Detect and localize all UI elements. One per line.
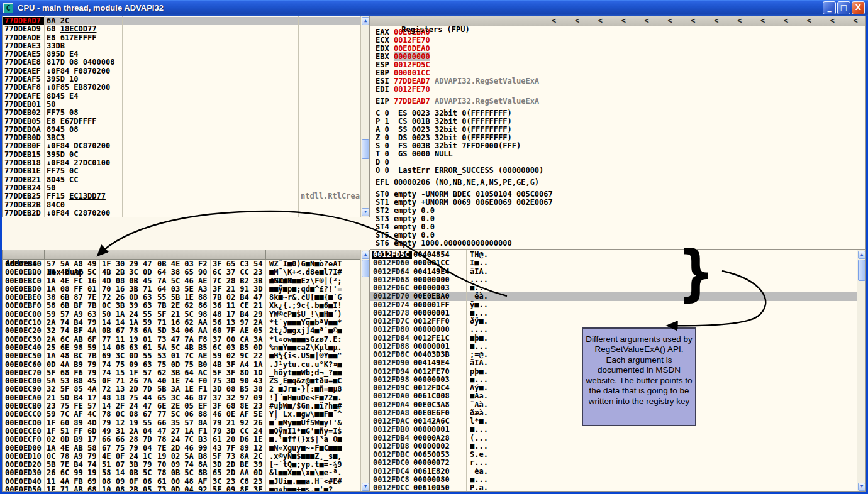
registers-collapse-chevrons[interactable]: <<<<<<<<<<<<<< [552,16,858,26]
stack-row[interactable]: 0012FDC800000080■... [370,476,857,484]
register-line[interactable]: ST2 empty 0.0 [370,206,865,214]
disasm-row[interactable]: 77DDEB25FF15 EC13DD77CALL DWORD PTR DS:[… [3,192,360,200]
chevron-left-icon[interactable]: < [621,16,626,26]
register-line[interactable]: ST0 empty -UNORM BDEC 01050104 005C0067 [370,190,865,198]
scrollbar-thumb[interactable] [362,260,369,277]
hexdump-row[interactable]: 00E0ECE01F 51 FF 6D49 31 2A 0447 27 1A F… [3,427,360,436]
scroll-up-icon[interactable]: ▲ [858,251,865,259]
register-line[interactable]: ESI 77DDEAD7 ADVAPI32.RegSetValueExA [370,77,865,85]
hexdump-row[interactable]: 00E0ED4011 4A FB 6908 09 0F 0661 00 48 A… [3,478,360,486]
stack-row[interactable]: 0012FDC40061E820 èa.ASCII "Software/Micr… [370,468,857,476]
hexdump-row[interactable]: 00E0EC805A 53 B8 450F 71 26 7A40 1E 74 F… [3,377,360,385]
disasm-row[interactable]: 77DDEADEE8 617EFFFFCALL ADVAPI32.77DD694… [3,34,360,42]
chevron-left-icon[interactable]: < [760,16,765,26]
disasm-row[interactable]: 77DDEB0F↓0F84 DC870200JE ADVAPI32.77E072… [3,142,360,150]
stack-row[interactable]: 0012FD60000001CCÌ■..│hKey = 1CC [370,259,857,267]
scrollbar-thumb[interactable] [858,260,865,281]
hexdump-row[interactable]: 00E0EC9032 5F 85 4A72 13 2D 7D5B 3A 1E F… [3,385,360,393]
hexdump-row[interactable]: 00E0EC501A 48 BC 7B69 3C 0D 5553 01 7C A… [3,352,360,360]
scrollbar-thumb[interactable] [362,139,369,159]
hexdump-row[interactable]: 00E0ED100C 78 A9 794E 0F 24 1C19 02 5A B… [3,453,360,461]
disasm-row[interactable]: 77DDEB18↓0F84 27DC0100JE ADVAPI32.77DFC7… [3,159,360,167]
disasm-row[interactable]: 77DDEB2D↓0F84 C2870200JE ADVAPI32.77E072… [3,209,360,217]
chevron-left-icon[interactable]: < [575,16,579,26]
hexdump-row[interactable]: 00E0EC102A 74 B4 7914 14 1A 5971 16 62 A… [3,319,360,327]
hexdump-row[interactable]: 00E0ED3026 6C 99 1958 14 0B 5C78 0B 5C 8… [3,469,360,477]
hexdump-row[interactable]: 00E0EC302A 6C AB 6F77 11 19 0173 47 7A F… [3,336,360,344]
chevron-left-icon[interactable]: < [784,16,788,26]
register-line[interactable]: EDI 0012FE70 [370,85,865,93]
disasm-row[interactable]: 77DDEB218D45 CCLEA EAX,DWORD PTR SS:[EBP… [3,176,360,184]
disasm-row[interactable]: 77DDEB2B84C0TEST AL,AL [3,201,360,209]
disasm-row[interactable]: 77DDEB0D3BC3CMP EAX,EBX [3,134,360,142]
hexdump-row[interactable]: 00E0ED501F 71 AB 6810 08 2B 0573 0D 04 9… [3,486,360,492]
stack-row[interactable]: 0012FD64004149E4äIA.│ValueName = "0" [370,268,857,276]
register-line[interactable]: O 0 LastErr ERROR_SUCCESS (00000000) [370,166,865,174]
stack-row[interactable]: 0012FDCC00610050P.a. [370,484,857,492]
scroll-up-icon[interactable]: ▲ [362,251,369,259]
disasm-row[interactable]: 77DDEB2450PUSH EAX [3,184,360,192]
stack-row[interactable]: 0012FDBC00650053S.e. [370,451,857,459]
disasm-row[interactable]: 77DDEB15395D 0CCMP DWORD PTR SS:[EBP+C],… [3,151,360,159]
hexdump-row[interactable]: 00E0EBF058 6B BF 7B0C 3B 39 637B 2E 62 8… [3,302,360,310]
disasm-row[interactable]: 77DDEB0150PUSH EAX [3,101,360,109]
disasm-row[interactable]: 77DDEAE333DBXOR EBX,EBX [3,42,360,50]
disasm-row[interactable]: 77DDEB05E8 E67DFFFFCALL ADVAPI32.77DD68F… [3,118,360,126]
register-line[interactable]: C 0 ES 0023 32bit 0(FFFFFFFF) [370,109,865,117]
disasm-row[interactable]: 77DDEAE8817D 08 0400008CMP DWORD PTR SS:… [3,58,360,67]
register-line[interactable]: ECX 0012FE70 [370,36,865,44]
register-line[interactable]: EIP 77DDEAD7 ADVAPI32.RegSetValueExA [370,97,865,105]
register-line[interactable]: ESP 0012FD5C [370,60,865,69]
chevron-left-icon[interactable]: < [714,16,718,26]
disasm-row[interactable]: 77DDEAF8↓0F85 EB870200JNZ ADVAPI32.77E07… [3,84,360,92]
hexdump-row[interactable]: 00E0EBD01A 08 FF 0170 16 3B 7164 03 5E A… [3,285,360,294]
disasm-row[interactable]: 77DDEAD76A 2CPUSH 2C [3,17,360,25]
stack-row[interactable]: 0012FD7800000001■... [370,309,857,317]
scroll-down-icon[interactable]: ▼ [362,483,369,491]
register-line[interactable]: A 0 SS 0023 32bit 0(FFFFFFFF) [370,125,865,133]
register-line[interactable]: ST6 empty 1000.000000000000000 [370,239,865,247]
disasm-row[interactable]: 77DDEB02FF75 08PUSH DWORD PTR SS:[EBP+8] [3,109,360,117]
hexdump-row[interactable]: 00E0EC0059 57 A9 6350 1A 24 555F 21 5C 9… [3,310,360,319]
hexdump-row[interactable]: 00E0EC4025 6E 98 5914 08 63 615A 5C 4B B… [3,344,360,352]
chevron-left-icon[interactable]: < [691,16,695,26]
hexdump-row[interactable]: 00E0ECC059 7C AF 4C78 0C 08 6777 5C 06 8… [3,410,360,419]
stack-row[interactable]: 0012FD5C00404854TH@.┌CALL to RegSetValue… [370,251,857,259]
disasm-row[interactable]: 77DDEAD968 18ECDD77PUSH ADVAPI32.77DDEC1… [3,25,360,33]
scroll-down-icon[interactable]: ▼ [858,483,865,491]
disasm-row[interactable]: 77DDEAF5395D 10CMP DWORD PTR SS:[EBP+10]… [3,75,360,84]
disasm-row[interactable]: 77DDEAEF↓0F84 F0870200JE ADVAPI32.77E072… [3,67,360,75]
register-line[interactable]: EFL 00000206 (NO,NB,NE,A,NS,PE,GE,G) [370,178,865,186]
chevron-left-icon[interactable]: < [645,16,649,26]
disasm-row[interactable]: 77DDEAE5895D E4MOV DWORD PTR SS:[EBP-1C]… [3,50,360,58]
disasm-row[interactable]: 77DDEAFE8D45 E4LEA EAX,DWORD PTR SS:[EBP… [3,92,360,101]
stack-row[interactable]: 0012FDB000000001■... [370,425,857,434]
hexdump-row[interactable]: 00E0ECF002 0D B9 1766 66 28 7D78 24 7C B… [3,436,360,444]
stack-row[interactable]: 0012FD74000001FFÿ■..└BufSize = 1FF (511.… [370,301,857,309]
stack-row[interactable]: 0012FD7C0012FFF0ðÿ■. [370,317,857,326]
disasm-row[interactable]: 77DDEB1EFF75 0CPUSH DWORD PTR SS:[EBP+C] [3,167,360,175]
stack-row[interactable]: 0012FDB400000A28(... [370,434,857,442]
hexdump-scrollbar[interactable]: ▲ ▼ [360,250,369,491]
hexdump-row[interactable]: 00E0ED205B 7E B4 7451 07 3B 7970 09 74 8… [3,461,360,469]
register-line[interactable]: P 1 CS 001B 32bit 0(FFFFFFFF) [370,117,865,125]
minimize-button[interactable]: _ [823,1,836,14]
hexdump-row[interactable]: 00E0EC705F 68 F6 7974 15 1F 5762 3B 64 A… [3,369,360,377]
disasm-row[interactable]: 77DDEB0A8945 08MOV DWORD PTR SS:[EBP+8],… [3,126,360,134]
hexdump-row[interactable]: 00E0EC2032 74 BF 4A0B 67 78 6A5D 34 06 A… [3,327,360,335]
chevron-left-icon[interactable]: < [667,16,672,26]
hexdump-row[interactable]: 00E0ECB023 75 FE 5714 2F 24 476E 2E 05 E… [3,402,360,410]
hexdump-row[interactable]: 00E0EBC01A 4E FC 164D 08 0B 457A 5C 46 A… [3,277,360,285]
chevron-left-icon[interactable]: < [854,16,858,26]
register-line[interactable]: ST4 empty 0.0 [370,222,865,231]
hexdump-row[interactable]: 00E0ECD01F 60 89 4D79 12 19 5566 35 57 8… [3,419,360,427]
chevron-left-icon[interactable]: < [807,16,811,26]
register-line[interactable]: Z 0 DS 0023 32bit 0(FFFFFFFF) [370,133,865,141]
close-button[interactable]: X [852,1,865,14]
register-line[interactable]: ST3 empty 0.0 [370,214,865,222]
scroll-up-icon[interactable]: ▲ [362,17,369,25]
register-line[interactable]: EDX 00E0DEA0 [370,44,865,52]
register-line[interactable]: S 0 FS 003B 32bit 7FFDF000(FFF) [370,141,865,150]
hexdump-row[interactable]: 00E0ED001A 4E AB 5867 75 79 047E 2D 46 9… [3,444,360,453]
stack-scrollbar[interactable]: ▲ ▼ [857,250,865,491]
